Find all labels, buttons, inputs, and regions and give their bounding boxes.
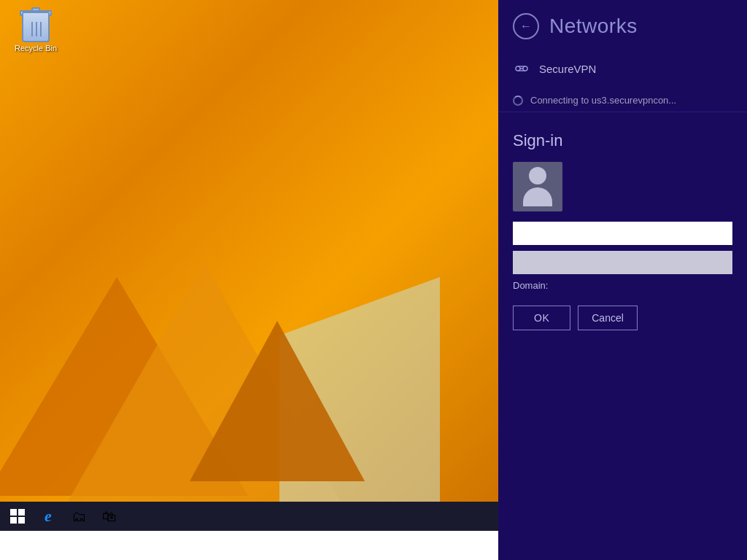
connecting-status: Connecting to us3.securevpncon... bbox=[498, 89, 747, 112]
cancel-button[interactable]: Cancel bbox=[578, 306, 638, 330]
desktop-shape-4 bbox=[190, 321, 365, 481]
svg-point-0 bbox=[516, 66, 520, 71]
ok-button[interactable]: OK bbox=[513, 306, 570, 330]
folder-icon: 🗂 bbox=[71, 508, 86, 525]
vpn-svg-icon bbox=[513, 60, 530, 77]
username-input[interactable] bbox=[513, 222, 732, 245]
windows-store-taskbar-button[interactable]: 🛍 bbox=[95, 503, 124, 529]
store-icon: 🛍 bbox=[102, 508, 117, 525]
user-avatar bbox=[513, 162, 562, 211]
recycle-bin-icon[interactable]: Recycle Bin bbox=[7, 7, 64, 52]
networks-panel: ← Networks SecureVPN Connecting to us3.s… bbox=[498, 0, 747, 560]
vpn-name-label: SecureVPN bbox=[539, 63, 596, 75]
internet-explorer-taskbar-button[interactable]: e bbox=[34, 503, 63, 529]
taskbar: e 🗂 🛍 bbox=[0, 502, 498, 531]
svg-point-1 bbox=[523, 66, 527, 71]
connecting-spinner bbox=[513, 96, 523, 106]
networks-header: ← Networks bbox=[498, 0, 747, 52]
avatar-head bbox=[529, 167, 546, 184]
file-explorer-taskbar-button[interactable]: 🗂 bbox=[64, 503, 93, 529]
ie-icon: e bbox=[44, 507, 52, 526]
back-arrow-icon: ← bbox=[520, 20, 532, 33]
desktop: Recycle Bin e 🗂 🛍 bbox=[0, 0, 498, 531]
vpn-icon bbox=[513, 60, 530, 77]
signin-title: Sign-in bbox=[513, 131, 732, 150]
windows-logo-icon bbox=[10, 509, 25, 524]
avatar-body bbox=[523, 187, 552, 206]
signin-buttons: OK Cancel bbox=[513, 306, 732, 330]
start-button[interactable] bbox=[3, 502, 32, 531]
connecting-text: Connecting to us3.securevpncon... bbox=[530, 95, 676, 106]
password-input[interactable] bbox=[513, 251, 732, 274]
back-button[interactable]: ← bbox=[513, 13, 539, 39]
signin-section: Sign-in Domain: OK Cancel bbox=[498, 120, 747, 342]
domain-label: Domain: bbox=[513, 280, 732, 291]
networks-title: Networks bbox=[549, 15, 638, 38]
avatar-person bbox=[523, 167, 552, 206]
recycle-bin-label: Recycle Bin bbox=[15, 44, 57, 52]
recycle-bin-image bbox=[18, 7, 53, 42]
vpn-item[interactable]: SecureVPN bbox=[513, 57, 732, 80]
vpn-section: SecureVPN bbox=[498, 52, 747, 89]
